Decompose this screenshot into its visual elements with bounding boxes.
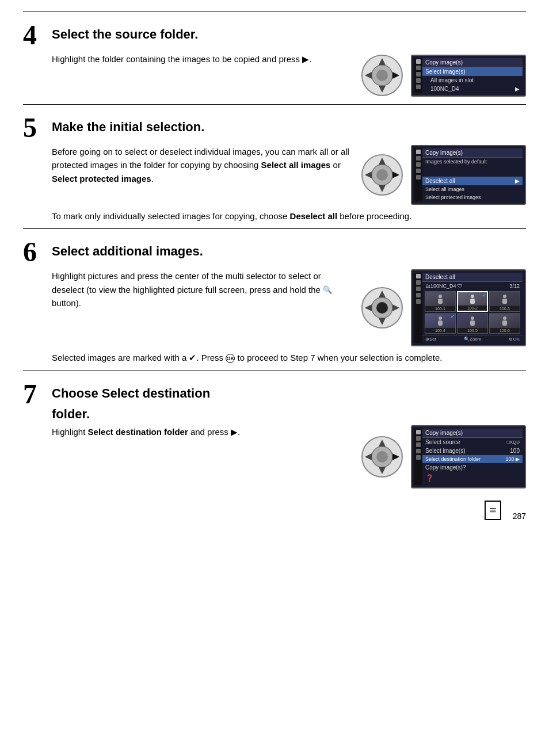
screen-question-icon: ❓	[422, 472, 523, 485]
step-5-visuals: Copy image(s) Images selected by default…	[359, 145, 526, 205]
screen-footer: ⊕Set 🔍Zoom ⊛OK	[422, 335, 523, 343]
step-5-title: Make the initial selection.	[52, 114, 204, 135]
step-5-text-cont: To mark only individually selected image…	[52, 209, 526, 223]
page-icon: ≡	[485, 501, 501, 520]
step-5-screen: Copy image(s) Images selected by default…	[411, 145, 526, 205]
step-5-content: Before going on to select or deselect in…	[52, 145, 526, 205]
svg-point-6	[376, 70, 388, 81]
step-7-title-line1: Choose Select destination	[52, 380, 210, 401]
thumb-100-6: 100-6	[489, 313, 520, 334]
screen-row-select-protected: Select protected images	[422, 193, 523, 201]
thumb-100-3: 100-3	[489, 291, 520, 312]
screen-row-select-images-7: Select image(s)100	[422, 446, 523, 455]
svg-point-23	[471, 295, 474, 298]
thumb-100-4: ✔ 100-4	[425, 313, 456, 334]
svg-point-21	[439, 295, 442, 298]
step-6-content: Highlight pictures and press the center …	[52, 269, 526, 346]
screen-row-100nc-d4: 100NC_D4 ▶	[422, 85, 523, 93]
screen-row-select-image: Select image(s)	[422, 67, 523, 76]
svg-point-29	[471, 316, 474, 320]
svg-rect-30	[470, 320, 475, 326]
step-4-text: Highlight the folder containing the imag…	[52, 52, 359, 66]
screen-row-copy-images: Copy image(s)?	[422, 463, 523, 472]
screen-row-deselect-all: Deselect all▶	[422, 177, 523, 185]
screen-row-select-source: Select source□XQD	[422, 438, 523, 446]
step-4-visuals: Copy image(s) Select image(s) All images…	[359, 52, 526, 98]
step-6-text: Highlight pictures and press the center …	[52, 269, 359, 310]
thumb-grid: 100-1 ✔ 100-2	[422, 290, 523, 335]
page-number: 287	[513, 511, 526, 521]
step-4-header: 4 Select the source folder.	[23, 21, 526, 49]
multi-selector-7-icon	[359, 434, 405, 480]
svg-rect-24	[470, 299, 475, 304]
step-5-section: 5 Make the initial selection. Before goi…	[23, 104, 526, 228]
step-6-screen-title: Deselect all	[422, 273, 523, 282]
step-4-content: Highlight the folder containing the imag…	[52, 52, 526, 98]
svg-rect-22	[438, 299, 443, 304]
svg-point-25	[503, 295, 506, 298]
step-7-screen-title: Copy image(s)	[422, 429, 523, 438]
step-7-number: 7	[23, 380, 44, 408]
step-6-visuals: Deselect all 🗂100NC_D4 🛡 3/12 100-1	[359, 269, 526, 346]
step-7-section: 7 Choose Select destination folder. High…	[23, 371, 526, 494]
svg-point-39	[376, 451, 388, 463]
thumb-100-1: 100-1	[425, 291, 456, 312]
step-4-screen-title: Copy image(s)	[422, 58, 523, 67]
step-7-header: 7 Choose Select destination folder.	[23, 380, 526, 422]
step-6-text-cont: Selected images are marked with a ✔. Pre…	[52, 351, 526, 364]
thumb-100-5: 100-5	[457, 313, 488, 334]
step-7-text: Highlight Select destination folder and …	[52, 425, 359, 438]
step-5-text: Before going on to select or deselect in…	[52, 145, 359, 185]
svg-rect-28	[438, 320, 443, 326]
step-4-section: 4 Select the source folder. Highlight th…	[23, 12, 526, 104]
screen-row-images-default: Images selected by default	[422, 158, 523, 166]
svg-point-13	[376, 169, 388, 181]
step-7-title-line2: folder.	[52, 401, 210, 422]
step-6-number: 6	[23, 238, 44, 266]
step-4-number: 4	[23, 21, 44, 49]
step-5-number: 5	[23, 114, 44, 142]
step-6-section: 6 Select additional images. Highlight pi…	[23, 228, 526, 370]
thumb-header: 🗂100NC_D4 🛡 3/12	[422, 282, 523, 290]
screen-row-select-dest: Select destination folder100 ▶	[422, 455, 523, 463]
step-6-title: Select additional images.	[52, 238, 203, 259]
multi-selector-5-icon	[359, 152, 405, 198]
svg-point-27	[439, 316, 442, 320]
svg-rect-26	[502, 299, 507, 304]
step-4-screen: Copy image(s) Select image(s) All images…	[411, 55, 526, 97]
step-6-header: 6 Select additional images.	[23, 238, 526, 266]
step-7-screen: Copy image(s) Select source□XQD Select i…	[411, 425, 526, 488]
thumb-100-2: ✔ 100-2	[457, 291, 488, 312]
svg-rect-32	[502, 320, 507, 326]
svg-point-31	[503, 316, 506, 320]
step-7-content: Highlight Select destination folder and …	[52, 425, 526, 488]
screen-blank	[422, 166, 523, 177]
step-4-title: Select the source folder.	[52, 21, 198, 42]
multi-selector-icon	[359, 52, 405, 98]
bottom-row: ≡ 287	[23, 500, 526, 521]
svg-point-20	[376, 302, 388, 314]
step-7-visuals: Copy image(s) Select source□XQD Select i…	[359, 425, 526, 488]
screen-row-all-images: All images in slot	[422, 76, 523, 85]
step-5-screen-title: Copy image(s)	[422, 148, 523, 158]
step-6-screen: Deselect all 🗂100NC_D4 🛡 3/12 100-1	[411, 269, 526, 346]
step-5-header: 5 Make the initial selection.	[23, 114, 526, 142]
multi-selector-6-icon	[359, 285, 405, 331]
screen-row-select-all-images: Select all images	[422, 185, 523, 193]
